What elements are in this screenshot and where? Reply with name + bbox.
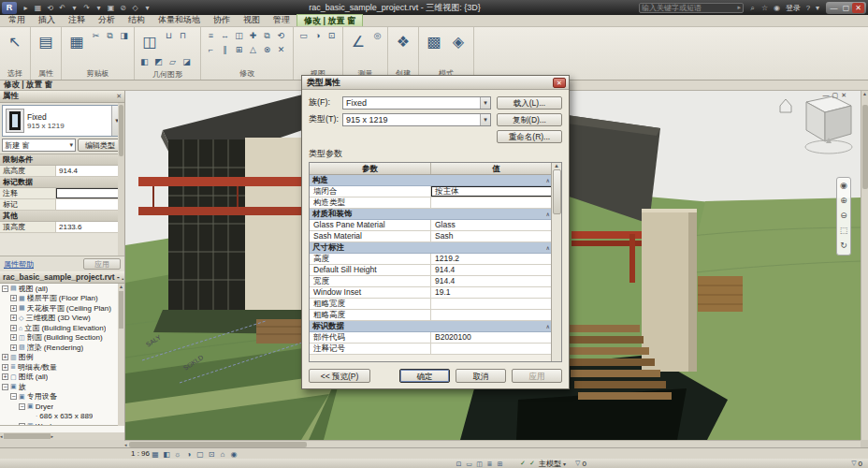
tree-expand-icon[interactable]: +: [10, 314, 17, 321]
param-value[interactable]: [431, 197, 553, 208]
unjoin-icon[interactable]: ▱: [166, 56, 179, 68]
match-type-icon[interactable]: ◨: [118, 30, 130, 42]
view-window-controls[interactable]: —▢✕: [823, 92, 849, 99]
minimize-button[interactable]: —: [828, 4, 840, 12]
locked-3d-icon[interactable]: ⌂: [217, 450, 228, 459]
tree-item-0[interactable]: −▤视图 (all): [0, 284, 124, 294]
tree-expand-icon[interactable]: +: [10, 334, 17, 341]
param-value[interactable]: [431, 344, 553, 354]
cancel-button[interactable]: 取消: [456, 369, 506, 383]
orbit-icon[interactable]: ↻: [840, 238, 847, 253]
tree-expand-icon[interactable]: −: [2, 285, 8, 292]
paste-icon[interactable]: ▦: [65, 30, 88, 54]
param-group-0[interactable]: 构造∧: [310, 175, 553, 186]
tree-item-4[interactable]: +⌂立面 (Building Elevation): [0, 323, 124, 333]
select-links-icon[interactable]: ▭: [464, 461, 474, 468]
shadows-icon[interactable]: ◑: [183, 450, 195, 459]
copy-element-icon[interactable]: ⧉: [261, 30, 273, 42]
edit-type-button[interactable]: 编辑类型: [78, 139, 123, 152]
new-element-dropdown[interactable]: 新建 窗 ▾: [2, 139, 76, 152]
create-group-icon[interactable]: ❖: [392, 30, 414, 54]
mirror-icon[interactable]: ◫: [233, 30, 245, 42]
editable-only-icon[interactable]: ⊡: [454, 461, 464, 468]
modify-select-icon[interactable]: ↖: [4, 30, 26, 54]
type-dropdown[interactable]: 915 x 1219 ▾: [342, 113, 491, 126]
tree-item-2[interactable]: +▦天花板平面 (Ceiling Plan): [0, 303, 124, 314]
search-icon[interactable]: ⌕: [747, 4, 758, 13]
dialog-titlebar[interactable]: 类型属性 ✕: [302, 76, 569, 90]
save-icon[interactable]: ▦: [33, 4, 43, 12]
param-value[interactable]: 914.4: [431, 265, 553, 275]
ribbon-tab-2[interactable]: 注释: [62, 14, 92, 26]
tree-expand-icon[interactable]: +: [10, 344, 17, 351]
select-underlay-icon[interactable]: ◫: [474, 461, 485, 468]
scale-button[interactable]: 1 : 96: [131, 449, 150, 458]
dialog-close-button[interactable]: ✕: [553, 78, 566, 88]
crop-view-icon[interactable]: ▢: [195, 450, 206, 459]
tree-item-3[interactable]: +◇三维视图 (3D View): [0, 314, 124, 324]
redo-icon[interactable]: ↷: [81, 4, 92, 12]
tree-item-14[interactable]: −▣Washer: [0, 421, 124, 426]
measure-icon[interactable]: ⊘: [118, 4, 128, 12]
search-box[interactable]: 输入关键字或短语 ▸: [639, 3, 744, 13]
measure-icon[interactable]: ∠: [347, 30, 369, 54]
properties-apply-button[interactable]: 应用: [83, 258, 121, 270]
tree-item-8[interactable]: +≣明细表/数量: [0, 362, 124, 373]
ok-button[interactable]: 确定: [399, 369, 450, 383]
param-value[interactable]: B2020100: [431, 332, 553, 343]
param-value[interactable]: Sash: [431, 231, 553, 241]
cut-icon[interactable]: ✂: [90, 30, 102, 42]
rename-button[interactable]: 重命名(R)...: [497, 130, 562, 143]
move-icon[interactable]: ✚: [247, 30, 259, 42]
trim-icon[interactable]: ⌐: [205, 44, 217, 56]
ribbon-tab-4[interactable]: 结构: [122, 14, 152, 26]
pan-icon[interactable]: ⬚: [840, 223, 848, 238]
type-selector[interactable]: Fixed 915 x 1219 ▾: [2, 105, 123, 137]
show-crop-icon[interactable]: ⊡: [206, 450, 217, 459]
dialog-apply-button[interactable]: 应用: [512, 369, 562, 383]
help-dropdown-icon[interactable]: ▾: [813, 4, 822, 12]
design-option-control[interactable]: ✓ ✓ 主模型 ▾: [518, 459, 566, 468]
undo-icon[interactable]: ↶: [57, 4, 67, 12]
help-icon[interactable]: ?: [803, 4, 813, 12]
ribbon-tab-6[interactable]: 协作: [207, 14, 237, 26]
search-input[interactable]: 输入关键字或短语: [642, 3, 737, 13]
param-value[interactable]: Glass: [431, 220, 553, 230]
param-group-13[interactable]: 标识数据∧: [310, 321, 553, 332]
app-menu-button[interactable]: R: [2, 2, 17, 14]
thin-lines-icon[interactable]: ▭: [297, 30, 310, 42]
offset-icon[interactable]: ↔: [219, 30, 231, 42]
copy-icon[interactable]: ⧉: [104, 30, 116, 42]
canvas-vertical-scrollbar[interactable]: ▲: [861, 91, 868, 440]
split-icon[interactable]: ∥: [219, 44, 231, 56]
tree-item-9[interactable]: +▢图纸 (all): [0, 373, 124, 383]
join-icon[interactable]: ⊔: [163, 30, 175, 42]
canvas-horizontal-scrollbar[interactable]: ◂: [124, 440, 861, 447]
tree-expand-icon[interactable]: −: [19, 423, 25, 426]
wall-joins-icon[interactable]: ⊓: [177, 30, 189, 42]
selection-count[interactable]: ▽ 0: [851, 460, 862, 468]
cut-geometry-icon[interactable]: ◫: [138, 30, 161, 54]
family-dropdown[interactable]: Fixed ▾: [342, 96, 491, 110]
tree-expand-icon[interactable]: +: [2, 354, 8, 360]
3d-view-icon[interactable]: ◇: [130, 4, 140, 12]
remove-coping-icon[interactable]: ◩: [152, 56, 165, 68]
table-scrollbar[interactable]: ▲: [551, 163, 561, 361]
tree-expand-icon[interactable]: −: [10, 393, 17, 400]
view-window-icon[interactable]: ⊡: [326, 30, 338, 42]
pin-icon[interactable]: ⊗: [261, 44, 273, 56]
tree-expand-icon[interactable]: −: [19, 403, 25, 410]
hide-element-icon[interactable]: ◑: [311, 30, 324, 42]
tree-item-7[interactable]: +▥图例: [0, 353, 124, 363]
param-value[interactable]: 1219.2: [431, 254, 553, 264]
redo-dropdown-icon[interactable]: ▾: [94, 4, 104, 12]
ribbon-tab-9[interactable]: 修改 | 放置 窗: [297, 14, 363, 26]
align-icon[interactable]: ≡: [205, 30, 217, 42]
property-value[interactable]: [56, 199, 124, 210]
preview-button[interactable]: << 预览(P): [309, 369, 370, 383]
selection-filter[interactable]: ▽ 0: [575, 460, 586, 468]
tree-item-5[interactable]: +◫剖面 (Building Section): [0, 333, 124, 344]
maximize-button[interactable]: ▢: [840, 4, 852, 12]
rotate-icon[interactable]: ⟲: [275, 30, 287, 42]
ribbon-tab-8[interactable]: 管理: [267, 14, 297, 26]
